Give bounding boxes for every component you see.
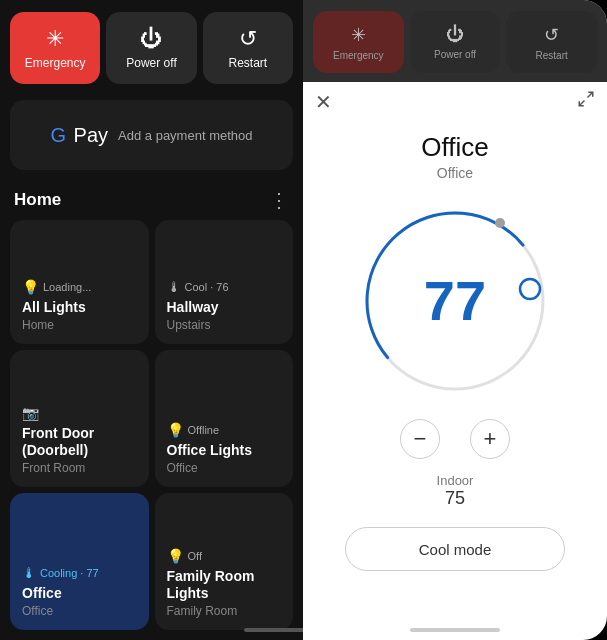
left-panel: ✳ Emergency ⏻ Power off ↺ Restart G Pay …	[0, 0, 303, 640]
close-button[interactable]: ✕	[315, 90, 332, 114]
office-name: Office	[22, 585, 137, 602]
svg-line-0	[588, 92, 593, 97]
family-room-sub: Family Room	[167, 604, 282, 618]
gpay-logo: G Pay	[50, 124, 108, 147]
office-lights-sub: Office	[167, 461, 282, 475]
office-lights-icon: 💡 Offline	[167, 422, 282, 438]
emergency-button[interactable]: ✳ Emergency	[10, 12, 100, 84]
office-detail-subtitle: Office	[437, 165, 473, 181]
power-icon: ⏻	[140, 26, 162, 52]
office-detail: Office Office 77 − + Indoor 75	[303, 82, 607, 640]
power-off-label: Power off	[126, 56, 176, 70]
office-cooling-status: Cooling · 77	[40, 567, 99, 579]
front-door-name: Front Door (Doorbell)	[22, 425, 137, 459]
temp-plus-button[interactable]: +	[470, 419, 510, 459]
indoor-label: Indoor	[437, 473, 474, 488]
gpay-text: Add a payment method	[118, 128, 252, 143]
right-power-icon: ⏻	[446, 24, 464, 45]
family-room-status: Off	[188, 550, 202, 562]
device-card-hallway[interactable]: 🌡 Cool · 76 Hallway Upstairs	[155, 220, 294, 344]
right-overlay: ✳ Emergency ⏻ Power off ↺ Restart	[303, 0, 607, 82]
bottom-bar-left	[244, 628, 304, 632]
top-buttons-bar: ✳ Emergency ⏻ Power off ↺ Restart	[0, 0, 303, 94]
indoor-value: 75	[437, 488, 474, 509]
gpay-section[interactable]: G Pay Add a payment method	[10, 100, 293, 170]
hallway-status: Cool · 76	[185, 281, 229, 293]
right-restart-button[interactable]: ↺ Restart	[506, 11, 597, 73]
restart-button[interactable]: ↺ Restart	[203, 12, 293, 84]
all-lights-sub: Home	[22, 318, 137, 332]
svg-line-1	[579, 101, 584, 106]
front-door-sub: Front Room	[22, 461, 137, 475]
indoor-section: Indoor 75	[437, 473, 474, 509]
expand-button[interactable]	[577, 90, 595, 112]
devices-grid: 💡 Loading... All Lights Home 🌡 Cool · 76…	[0, 220, 303, 640]
gpay-g: G	[50, 124, 66, 147]
hallway-icon: 🌡 Cool · 76	[167, 279, 282, 295]
right-power-off-button[interactable]: ⏻ Power off	[410, 11, 501, 73]
temp-minus-button[interactable]: −	[400, 419, 440, 459]
power-off-button[interactable]: ⏻ Power off	[106, 12, 196, 84]
svg-point-4	[495, 218, 505, 228]
home-menu-icon[interactable]: ⋮	[269, 188, 289, 212]
right-restart-label: Restart	[536, 50, 568, 61]
thermostat-value: 77	[424, 273, 486, 329]
hallway-name: Hallway	[167, 299, 282, 316]
right-panel: ✳ Emergency ⏻ Power off ↺ Restart ✕ Offi…	[303, 0, 607, 640]
home-header: Home ⋮	[0, 180, 303, 220]
doorbell-icon: 📷	[22, 405, 137, 421]
office-thermostat-icon: 🌡 Cooling · 77	[22, 565, 137, 581]
device-card-office[interactable]: 🌡 Cooling · 77 Office Office	[10, 493, 149, 630]
right-emergency-label: Emergency	[333, 50, 384, 61]
restart-icon: ↺	[239, 26, 257, 52]
office-lights-status: Offline	[188, 424, 220, 436]
office-lights-name: Office Lights	[167, 442, 282, 459]
office-sub: Office	[22, 604, 137, 618]
temp-controls: − +	[400, 419, 510, 459]
hallway-sub: Upstairs	[167, 318, 282, 332]
loading-lights-icon: 💡 Loading...	[22, 279, 137, 295]
gpay-pay: Pay	[68, 124, 108, 147]
svg-point-5	[520, 279, 540, 299]
home-title: Home	[14, 190, 61, 210]
bottom-bar-right	[410, 628, 500, 632]
thermostat-dial: 77	[355, 201, 555, 401]
emergency-icon: ✳	[46, 26, 64, 52]
restart-label: Restart	[228, 56, 267, 70]
right-restart-icon: ↺	[544, 24, 559, 46]
cool-mode-button[interactable]: Cool mode	[345, 527, 565, 571]
family-room-name: Family Room Lights	[167, 568, 282, 602]
device-card-all-lights[interactable]: 💡 Loading... All Lights Home	[10, 220, 149, 344]
office-detail-title: Office	[421, 132, 488, 163]
device-card-office-lights[interactable]: 💡 Offline Office Lights Office	[155, 350, 294, 487]
right-emergency-icon: ✳	[351, 24, 366, 46]
all-lights-status: Loading...	[43, 281, 91, 293]
device-card-front-door[interactable]: 📷 Front Door (Doorbell) Front Room	[10, 350, 149, 487]
family-room-icon: 💡 Off	[167, 548, 282, 564]
right-emergency-button[interactable]: ✳ Emergency	[313, 11, 404, 73]
emergency-label: Emergency	[25, 56, 86, 70]
right-power-off-label: Power off	[434, 49, 476, 60]
all-lights-name: All Lights	[22, 299, 137, 316]
device-card-family-room[interactable]: 💡 Off Family Room Lights Family Room	[155, 493, 294, 630]
